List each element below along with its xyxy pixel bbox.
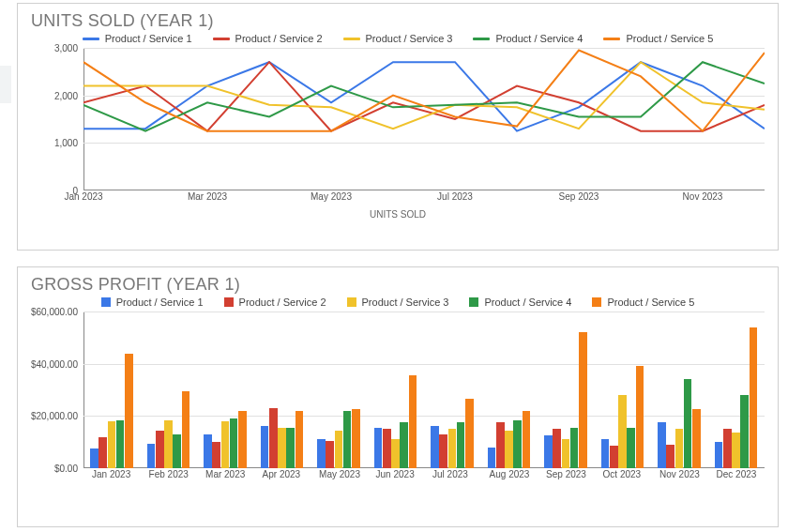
legend-item: Product / Service 2 [213,33,323,44]
bar [90,448,98,468]
bar [692,409,701,468]
bar [544,435,553,468]
legend-item: Product / Service 5 [603,33,713,44]
bar [618,395,627,468]
legend-label: Product / Service 2 [235,33,323,44]
chart-legend: Product / Service 1Product / Service 2Pr… [18,33,778,44]
bar [457,422,465,468]
legend-item: Product / Service 1 [101,296,204,308]
legend-swatch [347,297,356,307]
bar [658,422,666,468]
line-series-layer [83,48,765,190]
bar [636,366,644,468]
bar [391,439,400,468]
chart-title: GROSS PROFIT (YEAR 1) [31,275,778,295]
bar [238,411,247,468]
bar [108,421,116,468]
x-axis-labels: Jan 2023Feb 2023Mar 2023Apr 2023May 2023… [83,469,765,485]
bar [352,409,360,468]
x-axis-labels: Jan 2023Mar 2023May 2023Jul 2023Sep 2023… [83,191,765,207]
y-tick-label: $60,000.00 [31,307,78,317]
bar [684,379,692,468]
legend-swatch [224,297,234,307]
legend-label: Product / Service 3 [366,33,453,44]
bar [553,429,561,468]
bar [286,428,295,468]
y-tick-label: $0.00 [54,464,78,474]
chart-legend: Product / Service 1Product / Service 2Pr… [18,296,778,308]
bar [465,399,474,468]
y-tick-label: 1,000 [54,138,78,148]
x-tick-label: Sep 2023 [559,191,599,202]
legend-item: Product / Service 3 [343,33,453,44]
bar [98,437,107,468]
bar [431,426,439,468]
legend-swatch [603,38,620,40]
legend-swatch [343,38,360,40]
bar [601,439,610,468]
legend-swatch [101,297,111,307]
bar [317,439,326,468]
chart-plot-area: $0.00$20,000.00$40,000.00$60,000.00 Jan … [27,312,768,485]
x-tick-label: Sep 2023 [546,469,586,479]
y-tick-label: 3,000 [54,43,78,53]
legend-label: Product / Service 5 [626,33,713,44]
bar [182,391,190,468]
x-tick-label: Jul 2023 [437,191,473,202]
bar [570,428,579,468]
x-tick-label: Nov 2023 [683,191,723,202]
bar [269,408,278,468]
bar [715,442,723,468]
bar [400,422,408,468]
x-tick-label: Feb 2023 [149,469,189,479]
bar [204,434,212,468]
bar [579,332,587,468]
x-tick-label: Apr 2023 [263,469,301,479]
legend-label: Product / Service 5 [607,296,694,308]
bar [326,441,334,468]
bar [723,429,732,468]
chart-title: UNITS SOLD (YEAR 1) [31,11,778,31]
bar [610,446,618,468]
legend-swatch [213,38,230,40]
bar [675,429,684,468]
legend-item: Product / Service 4 [469,296,571,308]
sheet-row-gutter [0,66,11,103]
bar [343,411,352,468]
bar [156,431,164,468]
bar [666,445,674,468]
bar [439,434,447,468]
bar [740,395,749,468]
bar [173,434,181,468]
y-axis: $0.00$20,000.00$40,000.00$60,000.00 [27,312,83,485]
bar [732,433,740,468]
x-axis-title: UNITS SOLD [18,209,778,220]
x-tick-label: Nov 2023 [659,469,700,479]
x-tick-label: May 2023 [311,191,352,202]
bar [750,327,758,468]
bar [523,411,531,468]
legend-label: Product / Service 1 [105,33,192,44]
legend-label: Product / Service 4 [484,296,571,308]
chart-plot-area: 01,0002,0003,000 Jan 2023Mar 2023May 202… [27,48,768,207]
legend-swatch [83,38,99,40]
legend-item: Product / Service 4 [473,33,583,44]
y-tick-label: 2,000 [54,90,78,100]
x-tick-label: Oct 2023 [603,469,642,479]
y-tick-label: $40,000.00 [31,358,78,369]
x-tick-label: Jun 2023 [376,469,415,479]
bar [409,375,417,468]
bar [374,428,383,468]
legend-item: Product / Service 1 [83,33,192,44]
legend-swatch [469,297,478,307]
x-tick-label: Aug 2023 [490,469,530,479]
bar [335,431,343,468]
bar [627,428,635,468]
legend-label: Product / Service 4 [495,33,583,44]
x-tick-label: Jan 2023 [64,191,102,202]
bar [212,442,220,468]
legend-swatch [592,297,601,307]
bar [505,431,513,468]
legend-label: Product / Service 1 [116,296,204,308]
y-axis: 01,0002,0003,000 [27,48,83,207]
